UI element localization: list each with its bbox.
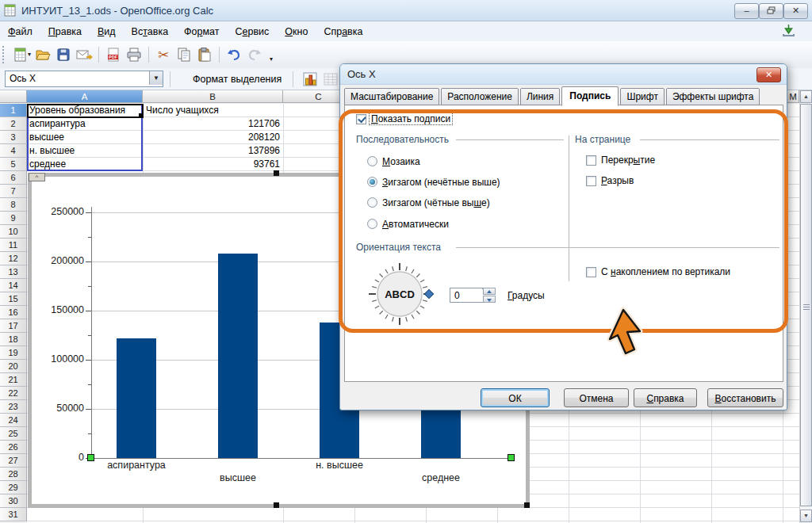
column-header-m[interactable]: М [787, 90, 799, 103]
name-box-dropdown[interactable]: ▼ [149, 71, 163, 85]
cell-b4[interactable]: 137896 [146, 144, 280, 158]
row-header-9[interactable]: 9 [0, 212, 27, 225]
redo-button[interactable] [244, 44, 265, 65]
row-header-12[interactable]: 12 [0, 252, 27, 265]
bar-высшее[interactable] [218, 254, 258, 458]
chart-resize-handle-corner[interactable] [524, 502, 530, 508]
row-header-2[interactable]: 2 [0, 117, 27, 131]
minimize-button[interactable]: – [734, 3, 759, 19]
row-header-4[interactable]: 4 [0, 144, 27, 158]
toolbar-overflow[interactable]: ▾ [270, 55, 273, 63]
row-header-15[interactable]: 15 [0, 292, 27, 306]
new-document-dropdown[interactable]: ▾ [28, 51, 31, 58]
tab-label[interactable]: Подпись [561, 86, 619, 106]
select-all-corner[interactable] [0, 90, 27, 103]
tab-font[interactable]: Шрифт [620, 88, 664, 105]
scroll-up-button[interactable]: ▲ [800, 90, 812, 103]
row-header-24[interactable]: 24 [0, 414, 27, 427]
row-header-19[interactable]: 19 [0, 346, 27, 360]
column-header-a[interactable]: A [27, 90, 143, 103]
row-header-17[interactable]: 17 [0, 319, 27, 333]
row-header-26[interactable]: 26 [0, 441, 27, 454]
row-header-13[interactable]: 13 [0, 265, 27, 279]
row-header-5[interactable]: 5 [0, 158, 27, 171]
axis-selection-handle[interactable] [87, 454, 94, 461]
tab-line[interactable]: Линия [520, 88, 560, 105]
scroll-down-button[interactable]: ▼ [800, 510, 812, 522]
row-header-3[interactable]: 3 [0, 131, 27, 144]
row-header-1[interactable]: 1 [0, 104, 27, 117]
tab-scale[interactable]: Масштабирование [344, 88, 439, 105]
menu-edit[interactable]: Правка [40, 24, 90, 40]
name-box[interactable]: ▼ [5, 71, 163, 87]
cell-b1[interactable]: Число учащихся [146, 104, 281, 117]
x-axis-label: н. высшее [292, 460, 387, 471]
export-pdf-button[interactable]: PDF [103, 44, 124, 65]
row-header-6[interactable]: 6 [0, 171, 27, 185]
y-axis-major-tick [86, 311, 91, 311]
chart-type-button[interactable] [301, 71, 319, 88]
row-header-7[interactable]: 7 [0, 185, 27, 198]
scrollbar-thumb[interactable] [800, 104, 812, 506]
fill-handle[interactable] [139, 113, 143, 117]
help-button[interactable]: Справка [634, 388, 697, 407]
chart-resize-handle-top[interactable] [274, 170, 279, 176]
ok-button[interactable]: ОК [481, 388, 550, 407]
row-header-27[interactable]: 27 [0, 454, 27, 468]
dialog-close-button[interactable]: ✕ [756, 67, 781, 82]
row-header-14[interactable]: 14 [0, 279, 27, 292]
cell-b5[interactable]: 93761 [146, 158, 280, 171]
axis-selection-handle[interactable] [508, 454, 515, 461]
format-selection-button[interactable]: Формат выделения [188, 72, 286, 86]
toolbar-grip[interactable] [2, 46, 8, 63]
row-header-23[interactable]: 23 [0, 400, 27, 414]
copy-button[interactable] [174, 44, 194, 65]
data-table-button[interactable] [322, 71, 339, 88]
bar-аспирантура[interactable] [117, 338, 156, 458]
row-header-31[interactable]: 31 [0, 508, 27, 521]
menu-window[interactable]: Окно [277, 24, 316, 40]
menu-insert[interactable]: Вставка [124, 24, 176, 40]
row-header-16[interactable]: 16 [0, 306, 27, 319]
chart-resize-handle-bottom[interactable] [274, 502, 279, 508]
dialog-title-bar[interactable]: Ось X ✕ [340, 64, 787, 85]
row-header-25[interactable]: 25 [0, 427, 27, 441]
menu-help[interactable]: Справка [316, 24, 370, 40]
menu-format[interactable]: Формат [176, 24, 227, 40]
open-button[interactable] [33, 44, 53, 65]
row-header-22[interactable]: 22 [0, 387, 27, 400]
print-button[interactable] [124, 44, 144, 65]
reset-button[interactable]: Восстановить [707, 388, 783, 407]
tab-font-effects[interactable]: Эффекты шрифта [666, 88, 760, 105]
row-header-29[interactable]: 29 [0, 481, 27, 494]
column-header-b[interactable]: B [143, 90, 283, 103]
row-header-18[interactable]: 18 [0, 333, 27, 346]
close-button[interactable]: ✕ [783, 3, 808, 19]
menu-tools[interactable]: Сервис [228, 24, 278, 40]
paste-button[interactable] [194, 44, 215, 65]
row-header-28[interactable]: 28 [0, 468, 27, 481]
row-header-11[interactable]: 11 [0, 239, 27, 252]
undo-button[interactable] [224, 44, 244, 65]
title-bar[interactable]: ИНТУИТ_13_1.ods - OpenOffice.org Calc – … [0, 0, 812, 21]
email-button[interactable] [74, 44, 94, 65]
row-header-20[interactable]: 20 [0, 360, 27, 373]
tab-positioning[interactable]: Расположение [441, 88, 519, 105]
name-box-input[interactable] [8, 72, 146, 85]
cancel-button[interactable]: Отмена [564, 388, 629, 407]
dialog-title: Ось X [347, 68, 376, 80]
restore-button[interactable] [759, 3, 783, 19]
row-header-10[interactable]: 10 [0, 225, 27, 239]
cut-button[interactable]: ✂ [153, 44, 174, 65]
y-axis-tick-label: 50000 [35, 403, 84, 414]
cell-b3[interactable]: 208120 [146, 131, 280, 144]
row-header-30[interactable]: 30 [0, 494, 27, 508]
menu-view[interactable]: Вид [90, 24, 124, 40]
row-header-21[interactable]: 21 [0, 373, 27, 387]
vertical-scrollbar[interactable]: ▲ ▼ [799, 90, 812, 523]
update-available-icon[interactable] [781, 24, 796, 38]
row-header-8[interactable]: 8 [0, 198, 27, 212]
cell-b2[interactable]: 121706 [146, 117, 280, 131]
save-button[interactable] [53, 44, 74, 65]
menu-file[interactable]: Файл [0, 24, 40, 40]
